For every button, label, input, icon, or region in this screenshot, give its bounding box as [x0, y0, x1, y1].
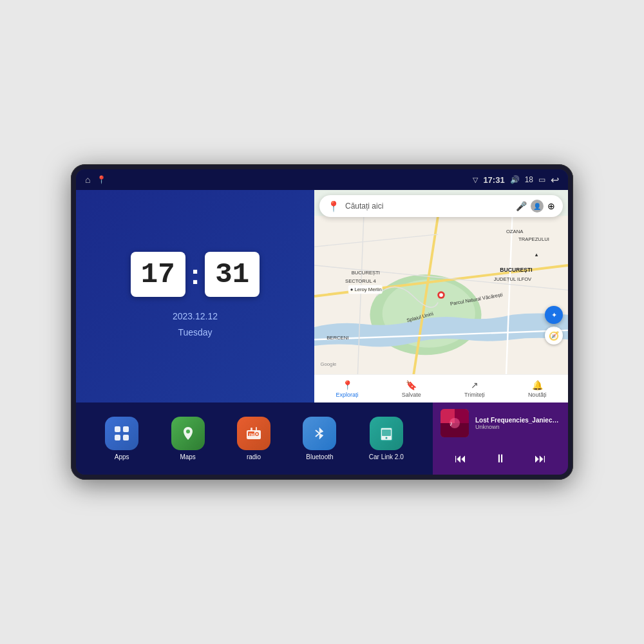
home-icon[interactable]: ⌂	[85, 175, 90, 185]
svg-point-40	[385, 437, 387, 439]
clock-minute: 31	[205, 252, 260, 297]
svg-text:BERCENI: BERCENI	[327, 335, 348, 341]
map-tab-explore[interactable]: 📍 Explorați	[336, 380, 359, 398]
music-artist: Unknown	[475, 424, 560, 430]
map-bottom-bar: 📍 Explorați 🔖 Salvate ↗ Trimiteți 🔔	[314, 374, 568, 402]
music-player: ♪ Lost Frequencies_Janieck Devy-... Unkn…	[433, 402, 568, 475]
gps-icon: ▽	[473, 176, 478, 184]
more-options-icon[interactable]: ⊕	[547, 201, 555, 211]
clock-hour: 17	[131, 252, 185, 297]
map-tab-send[interactable]: ↗ Trimiteți	[464, 380, 485, 398]
maps-icon	[171, 417, 205, 450]
map-location-button[interactable]: 🧭	[545, 327, 563, 345]
svg-rect-27	[123, 426, 129, 432]
status-time: 17:31	[483, 175, 504, 185]
svg-rect-39	[382, 430, 391, 436]
maps-shortcut-icon[interactable]: 📍	[97, 175, 106, 184]
map-search-icons: 🎤 👤 ⊕	[516, 200, 555, 213]
app-item-maps[interactable]: Maps	[171, 417, 205, 460]
clock-panel: 17 : 31 2023.12.12 Tuesday	[76, 190, 314, 402]
app-item-bluetooth[interactable]: Bluetooth	[303, 417, 336, 460]
music-thumbnail: ♪	[440, 409, 469, 437]
svg-text:♪: ♪	[450, 420, 453, 427]
svg-text:BUCUREȘTI: BUCUREȘTI	[352, 270, 380, 276]
news-icon: 🔔	[532, 380, 543, 390]
map-search-bar[interactable]: 📍 Căutați aici 🎤 👤 ⊕	[319, 195, 563, 217]
app-item-carlink[interactable]: Car Link 2.0	[369, 417, 404, 460]
apps-dock: Apps Maps	[76, 402, 433, 475]
status-right: ▽ 17:31 🔊 18 ▭ ↩	[473, 174, 559, 186]
svg-text:TRAPEZULUI: TRAPEZULUI	[518, 236, 549, 242]
svg-rect-37	[256, 427, 257, 431]
svg-text:Google: Google	[321, 361, 337, 367]
top-row: 17 : 31 2023.12.12 Tuesday	[76, 190, 568, 402]
send-icon: ↗	[471, 380, 478, 390]
explore-icon: 📍	[342, 380, 353, 390]
news-label: Noutăți	[528, 392, 547, 398]
account-icon[interactable]: 👤	[531, 200, 544, 213]
clock-colon: :	[191, 258, 200, 290]
music-controls: ⏮ ⏸ ⏭	[440, 450, 560, 468]
volume-icon: 🔊	[510, 175, 520, 184]
clock-display: 17 : 31	[131, 252, 260, 297]
bottom-row: Apps Maps	[76, 402, 568, 475]
svg-text:● Leroy Merlin: ● Leroy Merlin	[350, 287, 382, 292]
app-item-radio[interactable]: FM radio	[237, 417, 270, 460]
apps-icon	[105, 417, 138, 450]
svg-point-34	[256, 433, 258, 435]
battery-icon: ▭	[538, 175, 545, 184]
svg-rect-28	[115, 435, 120, 440]
volume-level: 18	[525, 175, 533, 184]
music-info: ♪ Lost Frequencies_Janieck Devy-... Unkn…	[440, 409, 560, 437]
map-panel[interactable]: Parcul Natural Văcărești BUCUREȘTI JUDEȚ…	[314, 190, 568, 402]
radio-icon: FM	[237, 417, 270, 450]
svg-point-30	[186, 430, 190, 433]
voice-search-icon[interactable]: 🎤	[516, 201, 527, 211]
device-screen: ⌂ 📍 ▽ 17:31 🔊 18 ▭ ↩ 17 :	[76, 169, 568, 475]
saved-label: Salvate	[402, 392, 421, 398]
apps-label: Apps	[115, 453, 129, 460]
svg-text:FM: FM	[249, 433, 254, 437]
svg-rect-26	[115, 426, 120, 432]
status-bar: ⌂ 📍 ▽ 17:31 🔊 18 ▭ ↩	[76, 169, 568, 190]
clock-date: 2023.12.12 Tuesday	[173, 308, 218, 341]
music-next-button[interactable]: ⏭	[529, 450, 551, 468]
app-item-apps[interactable]: Apps	[105, 417, 138, 460]
svg-text:OZANA: OZANA	[506, 229, 524, 234]
svg-point-25	[439, 293, 443, 297]
bluetooth-icon	[303, 417, 336, 450]
music-title: Lost Frequencies_Janieck Devy-...	[475, 417, 560, 424]
back-icon[interactable]: ↩	[551, 174, 559, 186]
map-search-text[interactable]: Căutați aici	[345, 202, 511, 211]
svg-text:SECTORUL 4: SECTORUL 4	[345, 278, 376, 284]
music-play-pause-button[interactable]: ⏸	[489, 450, 511, 468]
explore-label: Explorați	[336, 392, 359, 398]
bluetooth-label: Bluetooth	[306, 453, 333, 460]
status-left: ⌂ 📍	[85, 175, 106, 185]
svg-rect-36	[251, 428, 252, 431]
carlink-icon	[370, 417, 403, 450]
map-navigate-button[interactable]: ✦	[545, 306, 563, 324]
google-maps-icon: 📍	[327, 200, 340, 213]
svg-text:JUDEȚUL ILFOV: JUDEȚUL ILFOV	[494, 276, 532, 282]
music-prev-button[interactable]: ⏮	[450, 450, 471, 468]
radio-label: radio	[247, 453, 261, 460]
music-text: Lost Frequencies_Janieck Devy-... Unknow…	[475, 417, 560, 430]
map-tab-saved[interactable]: 🔖 Salvate	[402, 380, 421, 398]
saved-icon: 🔖	[406, 380, 417, 390]
svg-text:▲: ▲	[534, 252, 539, 258]
svg-text:BUCUREȘTI: BUCUREȘTI	[500, 267, 532, 273]
map-svg: Parcul Natural Văcărești BUCUREȘTI JUDEȚ…	[314, 190, 568, 402]
device-frame: ⌂ 📍 ▽ 17:31 🔊 18 ▭ ↩ 17 :	[71, 164, 573, 480]
maps-label: Maps	[180, 453, 195, 460]
carlink-label: Car Link 2.0	[369, 453, 404, 460]
svg-rect-29	[123, 435, 129, 440]
main-content: 17 : 31 2023.12.12 Tuesday	[76, 190, 568, 475]
map-tab-news[interactable]: 🔔 Noutăți	[528, 380, 547, 398]
send-label: Trimiteți	[464, 392, 485, 398]
